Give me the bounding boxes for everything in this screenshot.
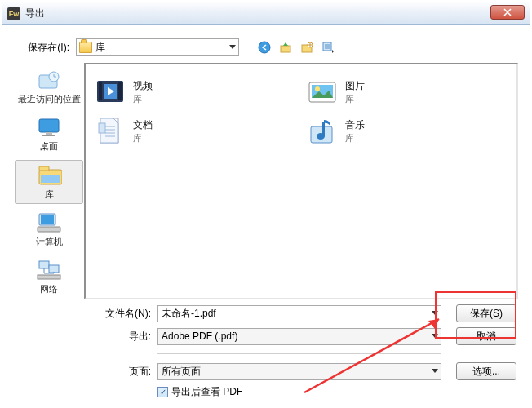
folder-icon [79,42,92,53]
options-button[interactable]: 选项... [456,362,516,380]
svg-rect-9 [42,135,55,136]
lib-type: 库 [133,132,153,144]
export-select[interactable]: Adobe PDF (.pdf) [157,328,441,345]
recent-icon [36,69,62,91]
svg-rect-11 [39,166,49,171]
svg-rect-1 [281,46,290,52]
place-label: 桌面 [40,140,58,153]
export-value: Adobe PDF (.pdf) [162,330,237,342]
filename-label: 文件名(N): [84,307,157,321]
svg-point-25 [315,86,320,91]
places-bar: 最近访问的位置 桌面 库 计算机 网络 [14,63,84,299]
place-label: 最近访问的位置 [18,93,81,105]
svg-rect-27 [99,123,105,133]
chevron-down-icon [432,369,438,373]
desktop-icon [36,116,62,139]
lib-type: 库 [345,93,365,105]
network-icon [36,259,62,282]
svg-rect-14 [41,215,54,224]
svg-rect-17 [49,265,59,273]
file-list[interactable]: 视频库 图片库 文档库 音乐库 [84,63,518,299]
export-label: 导出: [84,330,157,344]
filename-value: 未命名-1.pdf [162,307,216,321]
cancel-button[interactable]: 取消 [456,327,516,345]
save-in-select[interactable]: 库 [76,38,239,56]
checkbox-label: 导出后查看 PDF [171,385,242,399]
library-icon [36,164,62,187]
computer-icon [36,211,62,234]
list-item[interactable]: 音乐库 [306,112,453,151]
svg-rect-16 [39,261,49,268]
pages-select[interactable]: 所有页面 [157,363,441,380]
place-library[interactable]: 库 [15,160,83,204]
list-item[interactable]: 文档库 [94,112,241,151]
svg-rect-15 [38,227,60,232]
lib-type: 库 [345,132,365,144]
back-icon[interactable] [257,40,272,55]
lib-name: 图片 [345,79,365,93]
list-item[interactable]: 图片库 [306,73,453,112]
filename-input[interactable]: 未命名-1.pdf [157,305,441,322]
svg-rect-21 [118,82,122,100]
up-icon[interactable] [278,40,293,55]
svg-rect-12 [41,175,60,183]
save-in-value: 库 [95,41,105,55]
place-desktop[interactable]: 桌面 [15,112,83,156]
view-after-export-checkbox[interactable]: ✓ [157,387,168,397]
chevron-down-icon [432,334,438,338]
toolbar [257,40,335,55]
pictures-library-icon [306,76,339,109]
documents-library-icon [94,115,126,148]
save-button[interactable]: 保存(S) [456,304,516,322]
place-label: 网络 [40,283,58,295]
place-computer[interactable]: 计算机 [15,207,83,251]
close-button[interactable] [490,5,525,20]
svg-rect-7 [39,119,59,132]
list-item[interactable]: 视频库 [94,73,241,112]
svg-point-0 [259,42,270,53]
lib-name: 视频 [133,79,153,93]
app-icon: Fw [7,7,20,20]
place-recent[interactable]: 最近访问的位置 [15,64,83,109]
video-library-icon [94,76,126,109]
svg-rect-18 [38,275,60,279]
divider [157,353,441,354]
new-folder-icon[interactable] [299,40,314,55]
lib-type: 库 [133,93,153,105]
svg-rect-20 [99,82,102,100]
place-label: 库 [45,188,54,201]
chevron-down-icon [229,45,236,49]
pages-value: 所有页面 [162,365,201,379]
place-network[interactable]: 网络 [15,255,83,299]
pages-label: 页面: [84,365,157,379]
titlebar: Fw 导出 [2,2,530,25]
place-label: 计算机 [36,236,63,248]
lib-name: 文档 [133,118,153,132]
music-library-icon [306,115,339,148]
svg-rect-8 [46,132,52,135]
close-icon [503,8,512,16]
chevron-down-icon [432,311,438,315]
view-icon[interactable] [321,40,335,55]
save-in-label: 保存在(I): [14,41,76,55]
window-title: 导出 [25,7,45,20]
lib-name: 音乐 [345,118,365,132]
svg-point-30 [317,133,325,140]
